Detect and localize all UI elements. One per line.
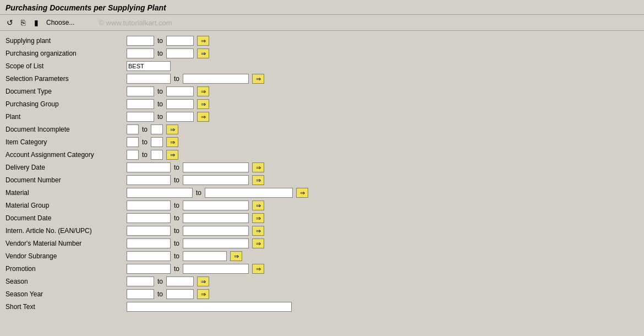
input1-field-14[interactable]: [127, 213, 171, 223]
arrow-button-16[interactable]: ⇒: [252, 239, 264, 248]
arrow-button-20[interactable]: ⇒: [197, 289, 209, 299]
arrow-button-5[interactable]: ⇒: [197, 99, 209, 109]
page-title: Purchasing Documents per Supplying Plant: [6, 3, 638, 12]
form-row: Delivery Dateto⇒: [6, 162, 638, 173]
to-label-11: to: [174, 176, 179, 184]
arrow-button-17[interactable]: ⇒: [230, 251, 242, 261]
arrow-button-0[interactable]: ⇒: [197, 36, 209, 46]
form-row: Vendor's Material Numberto⇒: [6, 238, 638, 249]
input1-field-10[interactable]: [127, 162, 171, 172]
arrow-button-19[interactable]: ⇒: [197, 277, 209, 286]
to-label-15: to: [174, 227, 179, 235]
field-label-4: Document Type: [6, 88, 127, 95]
arrow-button-18[interactable]: ⇒: [252, 264, 264, 274]
input1-field-15[interactable]: [127, 226, 171, 236]
input2-field-12[interactable]: [205, 188, 293, 198]
form-row: Scope of List: [6, 61, 638, 72]
to-label-10: to: [174, 164, 179, 171]
forward-icon[interactable]: ⎘: [18, 17, 29, 28]
input2-field-10[interactable]: [183, 162, 249, 172]
to-label-13: to: [174, 202, 179, 209]
form-row: Account Assignment Categoryto⇒: [6, 149, 638, 160]
field-label-19: Season: [6, 278, 127, 285]
input1-field-1[interactable]: [127, 48, 154, 58]
save-icon[interactable]: ▮: [31, 17, 42, 28]
input1-field-18[interactable]: [127, 264, 171, 274]
input1-field-0[interactable]: [127, 36, 154, 46]
arrow-button-11[interactable]: ⇒: [252, 175, 264, 185]
arrow-button-14[interactable]: ⇒: [252, 213, 264, 223]
input2-field-15[interactable]: [183, 226, 249, 236]
choose-label[interactable]: Choose...: [46, 19, 74, 26]
input2-field-7[interactable]: [151, 124, 163, 134]
input2-field-14[interactable]: [183, 213, 249, 223]
arrow-button-15[interactable]: ⇒: [252, 226, 264, 236]
form-row: Document Incompleteto⇒: [6, 124, 638, 135]
watermark: © www.tutorialkart.com: [99, 19, 172, 27]
input1-field-16[interactable]: [127, 239, 171, 248]
input1-field-12[interactable]: [127, 188, 193, 198]
to-label-18: to: [174, 265, 179, 273]
input1-field-17[interactable]: [127, 251, 171, 261]
input1-field-2[interactable]: [127, 61, 171, 71]
to-label-16: to: [174, 240, 179, 247]
input1-field-6[interactable]: [127, 112, 154, 122]
arrow-button-8[interactable]: ⇒: [166, 137, 178, 147]
to-label-5: to: [157, 100, 163, 108]
to-label-12: to: [196, 189, 201, 197]
form-row: Purchasing organizationto⇒: [6, 48, 638, 59]
field-label-11: Document Number: [6, 176, 127, 184]
field-label-21: Short Text: [6, 303, 127, 311]
field-label-20: Season Year: [6, 290, 127, 298]
arrow-button-6[interactable]: ⇒: [197, 112, 209, 122]
field-label-2: Scope of List: [6, 62, 127, 70]
input1-field-21[interactable]: [127, 302, 292, 312]
input2-field-16[interactable]: [183, 239, 249, 248]
arrow-button-3[interactable]: ⇒: [252, 74, 264, 84]
form-row: Season Yearto⇒: [6, 289, 638, 300]
input1-field-20[interactable]: [127, 289, 154, 299]
field-label-8: Item Category: [6, 138, 127, 146]
input2-field-6[interactable]: [166, 112, 194, 122]
input2-field-17[interactable]: [183, 251, 227, 261]
input2-field-4[interactable]: [166, 86, 194, 96]
arrow-button-9[interactable]: ⇒: [166, 150, 178, 160]
input2-field-1[interactable]: [166, 48, 194, 58]
arrow-button-7[interactable]: ⇒: [166, 124, 178, 134]
input1-field-19[interactable]: [127, 277, 154, 286]
form-row: Materialto⇒: [6, 187, 638, 198]
to-label-20: to: [157, 290, 163, 298]
field-label-15: Intern. Article No. (EAN/UPC): [6, 227, 127, 235]
input1-field-8[interactable]: [127, 137, 139, 147]
field-label-12: Material: [6, 189, 127, 197]
input2-field-3[interactable]: [183, 74, 249, 84]
form-row: Seasonto⇒: [6, 276, 638, 287]
input2-field-9[interactable]: [151, 150, 163, 160]
arrow-button-13[interactable]: ⇒: [252, 200, 264, 210]
arrow-button-4[interactable]: ⇒: [197, 86, 209, 96]
input2-field-0[interactable]: [166, 36, 194, 46]
input2-field-18[interactable]: [183, 264, 249, 274]
input1-field-7[interactable]: [127, 124, 139, 134]
input2-field-19[interactable]: [166, 277, 194, 286]
arrow-button-12[interactable]: ⇒: [296, 188, 308, 198]
to-label-4: to: [157, 88, 163, 95]
input1-field-13[interactable]: [127, 200, 171, 210]
form-content: Supplying plantto⇒Purchasing organizatio…: [0, 31, 644, 318]
input1-field-9[interactable]: [127, 150, 139, 160]
to-label-1: to: [157, 50, 163, 57]
input2-field-5[interactable]: [166, 99, 194, 109]
input2-field-13[interactable]: [183, 200, 249, 210]
arrow-button-10[interactable]: ⇒: [252, 162, 264, 172]
input2-field-20[interactable]: [166, 289, 194, 299]
input1-field-11[interactable]: [127, 175, 171, 185]
form-row: Intern. Article No. (EAN/UPC)to⇒: [6, 225, 638, 236]
input2-field-11[interactable]: [183, 175, 249, 185]
form-row: Purchasing Groupto⇒: [6, 99, 638, 110]
input1-field-4[interactable]: [127, 86, 154, 96]
input1-field-3[interactable]: [127, 74, 171, 84]
input1-field-5[interactable]: [127, 99, 154, 109]
arrow-button-1[interactable]: ⇒: [197, 48, 209, 58]
input2-field-8[interactable]: [151, 137, 163, 147]
back-icon[interactable]: ↺: [4, 17, 15, 28]
